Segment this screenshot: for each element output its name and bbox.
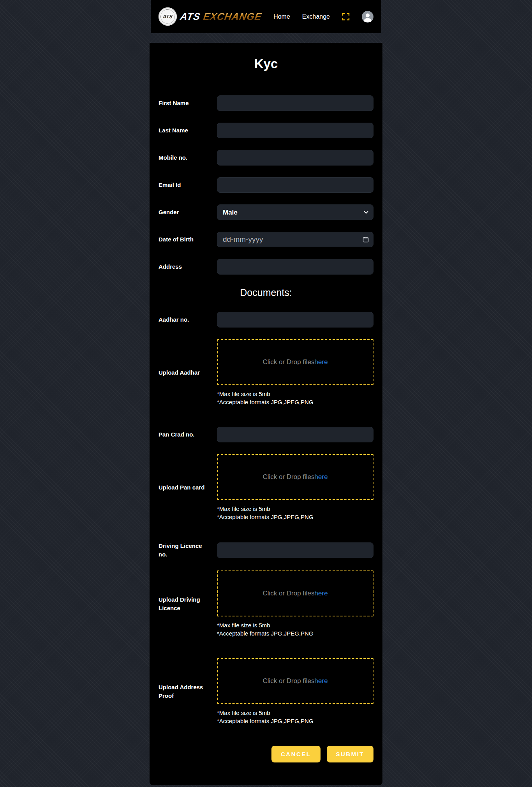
top-navbar: ATS ATS EXCHANGE Home Exchange (151, 0, 381, 33)
last-name-label: Last Name (159, 126, 217, 135)
licence-no-input[interactable] (217, 542, 373, 558)
brand-circle-text: ATS (162, 14, 173, 19)
form-actions: CANCEL SUBMIT (159, 746, 373, 762)
form-row-address: Address (159, 259, 373, 275)
dropzone-here-link[interactable]: here (315, 590, 328, 597)
dob-label: Date of Birth (159, 235, 217, 244)
nav-link-home[interactable]: Home (273, 13, 290, 20)
licence-dropzone[interactable]: Click or Drop files here (217, 570, 373, 616)
mobile-input[interactable] (217, 150, 373, 165)
form-row-aadhar-no: Aadhar no. (159, 312, 373, 327)
form-row-first-name: First Name (159, 95, 373, 111)
dropzone-text: Click or Drop files (262, 473, 314, 481)
dropzone-text: Click or Drop files (262, 590, 314, 597)
form-row-mobile: Mobile no. (159, 150, 373, 165)
upload-row-address-proof: Upload Address Proof Click or Drop files… (159, 658, 373, 725)
upload-row-aadhar: Upload Aadhar Click or Drop files here *… (159, 339, 373, 406)
max-size-note: *Max file size is 5mb (217, 505, 373, 513)
dropzone-text: Click or Drop files (262, 358, 314, 366)
fullscreen-icon[interactable] (342, 13, 350, 21)
form-row-pan-no: Pan Crad no. (159, 427, 373, 442)
dropzone-here-link[interactable]: here (315, 473, 328, 481)
page-title: Kyc (159, 56, 373, 72)
max-size-note: *Max file size is 5mb (217, 709, 373, 717)
form-row-email: Email Id (159, 177, 373, 193)
brand-logo[interactable]: ATS ATS EXCHANGE (159, 7, 262, 26)
brand-name-right: EXCHANGE (203, 11, 263, 22)
email-input[interactable] (217, 177, 373, 193)
form-row-licence-no: Driving Licence no. (159, 542, 373, 559)
gender-label: Gender (159, 208, 217, 217)
cancel-button[interactable]: CANCEL (271, 746, 321, 762)
upload-pan-label: Upload Pan card (159, 483, 217, 492)
calendar-icon[interactable] (363, 236, 369, 243)
nav-links: Home Exchange (273, 11, 373, 23)
brand-logo-icon: ATS (159, 7, 177, 26)
pan-no-input[interactable] (217, 427, 373, 442)
upload-address-proof-label: Upload Address Proof (159, 683, 217, 700)
address-input[interactable] (217, 259, 373, 275)
max-size-note: *Max file size is 5mb (217, 621, 373, 629)
nav-link-exchange[interactable]: Exchange (302, 13, 330, 20)
first-name-label: First Name (159, 99, 217, 107)
brand-name-left: ATS (179, 11, 201, 22)
dropzone-text: Click or Drop files (262, 677, 314, 685)
brand-wordmark: ATS EXCHANGE (179, 11, 262, 22)
pan-dropzone[interactable]: Click or Drop files here (217, 454, 373, 500)
formats-note: *Acceptable formats JPG,JPEG,PNG (217, 717, 373, 725)
first-name-input[interactable] (217, 95, 373, 111)
upload-row-licence: Upload Driving Licence Click or Drop fil… (159, 570, 373, 637)
upload-licence-label: Upload Driving Licence (159, 595, 217, 613)
formats-note: *Acceptable formats JPG,JPEG,PNG (217, 398, 373, 406)
submit-button[interactable]: SUBMIT (327, 746, 374, 762)
user-avatar-icon[interactable] (362, 11, 373, 23)
formats-note: *Acceptable formats JPG,JPEG,PNG (217, 513, 373, 521)
pan-no-label: Pan Crad no. (159, 430, 217, 439)
email-label: Email Id (159, 181, 217, 189)
gender-select[interactable]: Male (217, 204, 373, 220)
address-label: Address (159, 262, 217, 271)
formats-note: *Acceptable formats JPG,JPEG,PNG (217, 629, 373, 637)
aadhar-no-input[interactable] (217, 312, 373, 327)
kyc-card: Kyc First Name Last Name Mobile no. Emai… (150, 43, 382, 785)
aadhar-dropzone[interactable]: Click or Drop files here (217, 339, 373, 385)
dob-input[interactable] (217, 232, 373, 247)
licence-no-label: Driving Licence no. (159, 542, 217, 559)
documents-heading: Documents: (159, 286, 373, 299)
form-row-gender: Gender Male (159, 204, 373, 220)
form-row-last-name: Last Name (159, 123, 373, 138)
upload-aadhar-label: Upload Aadhar (159, 368, 217, 377)
dropzone-here-link[interactable]: here (315, 358, 328, 366)
mobile-label: Mobile no. (159, 153, 217, 162)
form-row-dob: Date of Birth (159, 232, 373, 247)
max-size-note: *Max file size is 5mb (217, 390, 373, 398)
aadhar-no-label: Aadhar no. (159, 315, 217, 324)
last-name-input[interactable] (217, 123, 373, 138)
upload-row-pan: Upload Pan card Click or Drop files here… (159, 454, 373, 521)
dropzone-here-link[interactable]: here (315, 677, 328, 685)
address-proof-dropzone[interactable]: Click or Drop files here (217, 658, 373, 704)
